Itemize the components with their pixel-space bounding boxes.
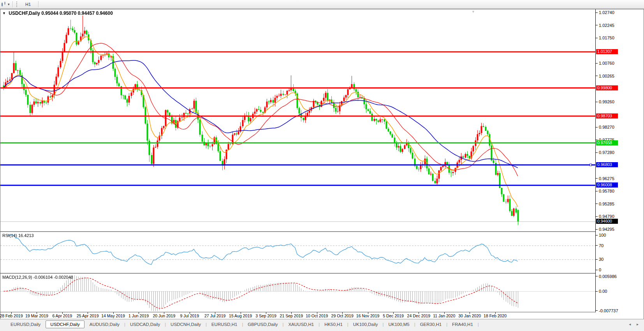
macd-label: MACD(12,26,9) -0.006104 -0.002048 [2, 275, 73, 280]
chart-tabs: EURUSD,DailyUSDCHF,DailyAUDUSD,Daily|USD… [6, 320, 479, 329]
chart-ohlc-values: 0.95044 0.95070 0.94457 0.94600 [41, 11, 113, 16]
price-axis-tick: 0.95285 [599, 202, 614, 206]
price-axis-tick: 1.00760 [599, 61, 614, 65]
price-axis-tick-mark [596, 229, 598, 230]
date-axis[interactable]: 28 Feb 201919 Mar 20196 Apr 201925 Apr 2… [0, 312, 644, 319]
price-axis-tick-mark [596, 178, 598, 179]
chart-symbol-label: USDCHF,Daily [9, 11, 40, 16]
price-axis-tick: 0.94790 [599, 214, 614, 219]
price-level-label[interactable]: 0.98703 [596, 113, 618, 119]
toolbar-separator [38, 1, 39, 7]
timeframe-toolbar: ▾ M1M5M15M30H1H4D1W1MN [0, 0, 644, 9]
toolbar-grip-handle[interactable] [16, 2, 18, 7]
mt4-workspace: ▾ M1M5M15M30H1H4D1W1MN ▼ USDCHF,Daily 0.… [0, 0, 644, 331]
chart-tab-gbpusd-daily[interactable]: GBPUSD,Daily [243, 321, 282, 328]
price-axis-tick-mark [596, 38, 598, 38]
macd-signal-value: -0.002048 [54, 275, 73, 280]
price-axis-tick: 0.95780 [599, 189, 614, 193]
rsi-axis-tick-mark [596, 245, 598, 246]
price-axis-tick: 0.97280 [599, 150, 614, 155]
price-axis-tick: 1.02740 [599, 10, 614, 15]
chart-shift-marker-icon[interactable]: ▼ [472, 10, 475, 14]
rsi-name: RSI(14) [2, 233, 17, 238]
chart-tab-xauusd-h1[interactable]: XAUUSD,H1 [284, 321, 318, 328]
chart-window: ▼ USDCHF,Daily 0.95044 0.95070 0.94457 0… [0, 9, 644, 319]
current-price-label: 0.94600 [596, 219, 618, 224]
price-axis-tick-mark [596, 127, 598, 127]
chart-tab-usdchf-daily[interactable]: USDCHF,Daily [46, 320, 84, 328]
price-axis-tick-mark [596, 204, 598, 204]
macd-axis-tick-mark [596, 310, 598, 311]
panel-separator[interactable] [0, 273, 644, 274]
chart-tab-uk100-m5[interactable]: UK100,M5 [384, 321, 413, 328]
date-axis-label: 18 Feb 2020 [479, 313, 512, 318]
chart-tab-audusd-daily[interactable]: AUDUSD,Daily [85, 321, 124, 328]
rsi-indicator-canvas[interactable] [0, 232, 595, 273]
price-level-label[interactable]: 0.96803 [596, 162, 618, 167]
candlestick-chart-icon [1, 2, 7, 7]
rsi-axis-tick: 30 [599, 257, 604, 262]
price-level-label[interactable]: 0.96008 [596, 182, 618, 188]
price-axis-tick-mark [596, 12, 598, 13]
price-axis-tick-mark [596, 152, 598, 153]
rsi-axis-tick: 0 [599, 267, 601, 272]
rsi-axis-tick-mark [596, 259, 598, 260]
price-axis-tick-mark [596, 76, 598, 76]
price-level-label[interactable]: 0.97658 [596, 140, 618, 145]
macd-axis-tick: 0.005986 [599, 274, 617, 279]
price-axis-tick: 1.01750 [599, 35, 614, 40]
price-axis[interactable]: 1.027401.022451.017501.007601.002650.992… [595, 9, 644, 312]
chart-title: ▼ USDCHF,Daily 0.95044 0.95070 0.94457 0… [2, 11, 113, 16]
tab-scroll-arrows: ◂ ▸ [629, 322, 641, 326]
macd-main-value: -0.006104 [33, 275, 53, 280]
tab-separator: | [477, 322, 479, 327]
chart-tab-hk50-h1[interactable]: HK50,H1 [320, 321, 347, 328]
chevron-down-icon[interactable]: ▾ [8, 2, 10, 6]
price-axis-tick-mark [596, 102, 598, 102]
price-axis-tick-mark [596, 25, 598, 25]
macd-axis-tick-mark [596, 276, 598, 276]
rsi-axis-tick: 100 [599, 233, 606, 237]
macd-axis-tick: 0.00 [599, 289, 607, 294]
chart-tab-fra40-h1[interactable]: FRA40,H1 [448, 321, 477, 328]
chart-tab-ger30-h1[interactable]: GER30,H1 [416, 321, 446, 328]
chart-tab-usdcad-daily[interactable]: USDCAD,Daily [126, 321, 164, 328]
panel-separator[interactable] [0, 231, 644, 232]
rsi-current-value: 16.4213 [18, 233, 34, 238]
chart-tab-bar: EURUSD,DailyUSDCHF,DailyAUDUSD,Daily|USD… [0, 319, 644, 331]
price-axis-tick-mark [596, 63, 598, 64]
price-axis-tick-mark [596, 191, 598, 191]
price-level-label[interactable]: 1.01207 [596, 49, 618, 54]
collapse-icon[interactable]: ▼ [2, 11, 6, 15]
rsi-axis-tick-mark [596, 235, 598, 235]
timeframe-button-H1[interactable]: H1 [21, 0, 36, 8]
macd-indicator-canvas[interactable] [0, 274, 595, 312]
price-axis-tick: 0.99260 [599, 99, 614, 104]
price-axis-tick: 0.94295 [599, 227, 614, 232]
rsi-axis-tick-mark [596, 270, 598, 270]
price-axis-tick-mark [596, 216, 598, 217]
toolbar-separator [12, 1, 13, 7]
macd-name: MACD(12,26,9) [2, 275, 32, 280]
rsi-axis-tick: 70 [599, 243, 604, 248]
chart-type-button[interactable]: ▾ [1, 2, 10, 7]
price-axis-tick: 1.02245 [599, 23, 614, 28]
macd-axis-tick-mark [596, 291, 598, 292]
chart-tab-eurusd-h1[interactable]: EURUSD,H1 [207, 321, 241, 328]
price-axis-tick: 1.00265 [599, 74, 614, 78]
tab-scroll-left-icon[interactable]: ◂ [629, 322, 633, 326]
tab-scroll-right-icon[interactable]: ▸ [637, 322, 641, 326]
chart-tab-uk100-daily[interactable]: UK100,Daily [349, 321, 382, 328]
rsi-label: RSI(14) 16.4213 [2, 233, 34, 238]
chart-tab-eurusd-daily[interactable]: EURUSD,Daily [6, 321, 45, 328]
chart-tab-usdcnh-daily[interactable]: USDCNH,Daily [166, 321, 205, 328]
price-level-label[interactable]: 0.99800 [596, 85, 618, 90]
price-chart-canvas[interactable] [0, 9, 595, 231]
price-axis-tick: 0.98270 [599, 125, 614, 129]
price-axis-tick: 0.96275 [599, 176, 614, 181]
